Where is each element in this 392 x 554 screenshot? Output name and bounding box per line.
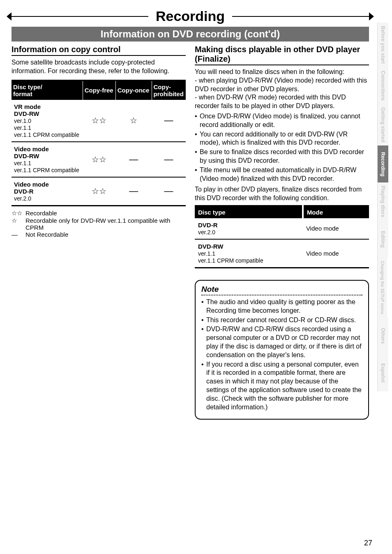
cell-once: ☆ bbox=[115, 100, 152, 142]
cell-disc: DVD-RW bbox=[198, 243, 223, 250]
table-row: Video mode DVD-RWver.1.1 ver.1.1 CPRM co… bbox=[12, 142, 186, 177]
cell-disc-sub: ver.1.1 ver.1.1 CPRM compatible bbox=[198, 250, 263, 264]
list-item: If you record a disc using a personal co… bbox=[201, 360, 362, 412]
list-item: Be sure to finalize discs recorded with … bbox=[195, 148, 369, 165]
tab-getting-started[interactable]: Getting started bbox=[377, 104, 388, 145]
cell-once: — bbox=[115, 177, 152, 206]
list-item: The audio and video quality is getting p… bbox=[201, 298, 362, 315]
cell-proh: — bbox=[152, 177, 186, 206]
page-number: 27 bbox=[364, 539, 372, 547]
cell-type: Video mode DVD-RW bbox=[14, 145, 49, 159]
tab-changing-setup-menu[interactable]: Changing the SETUP menu bbox=[377, 258, 387, 317]
heading-finalize: Making discs playable in other DVD playe… bbox=[195, 45, 369, 64]
page: Before you start Connections Getting sta… bbox=[0, 0, 392, 554]
chapter-title: Recording bbox=[148, 8, 232, 24]
legend-sym: ☆ bbox=[12, 217, 25, 231]
left-column: Information on copy control Some satelli… bbox=[12, 45, 186, 420]
note-bullets: The audio and video quality is getting p… bbox=[201, 298, 362, 411]
th-copy-once: Copy-once bbox=[115, 80, 152, 100]
tab-editing[interactable]: Editing bbox=[377, 221, 388, 258]
para-finalize-2: To play in other DVD players, finalize d… bbox=[195, 185, 369, 203]
table-header-row: Disc type Mode bbox=[195, 205, 369, 218]
tab-recording[interactable]: Recording bbox=[377, 145, 388, 182]
section-banner: Information on DVD recording (cont'd) bbox=[12, 27, 369, 42]
th-disc-type: Disc type bbox=[195, 205, 303, 218]
cell-mode: Video mode bbox=[303, 218, 369, 239]
note-title: Note bbox=[201, 285, 362, 294]
table-row: DVD-RWver.1.1 ver.1.1 CPRM compatible Vi… bbox=[195, 239, 369, 268]
legend: ☆☆Recordable ☆Recordable only for DVD-RW… bbox=[12, 210, 186, 238]
list-item: Once DVD-R/RW (Video mode) is finalized,… bbox=[195, 112, 369, 129]
chapter-header: Recording bbox=[12, 8, 369, 24]
th-disc-type: Disc type/ format bbox=[12, 80, 83, 100]
legend-text: Recordable bbox=[25, 210, 57, 217]
cell-free: ☆☆ bbox=[83, 100, 115, 142]
cell-type-sub: ver.2.0 bbox=[14, 195, 31, 202]
table-header-row: Disc type/ format Copy-free Copy-once Co… bbox=[12, 80, 186, 100]
cell-once: — bbox=[115, 142, 152, 177]
intro-copy-control: Some satellite broadcasts include copy-p… bbox=[12, 58, 186, 76]
table-copy-control: Disc type/ format Copy-free Copy-once Co… bbox=[12, 80, 186, 206]
legend-text: Not Recordable bbox=[25, 231, 68, 238]
legend-text: Recordable only for DVD-RW ver.1.1 compa… bbox=[25, 217, 186, 231]
cell-proh: — bbox=[152, 142, 186, 177]
legend-sym: ☆☆ bbox=[12, 210, 25, 217]
cell-proh: — bbox=[152, 100, 186, 142]
list-item: This recorder cannot record CD-R or CD-R… bbox=[201, 316, 362, 325]
table-row: VR mode DVD-RWver.1.0 ver.1.1 ver.1.1 CP… bbox=[12, 100, 186, 142]
right-column: Making discs playable in other DVD playe… bbox=[195, 45, 369, 420]
cell-disc: DVD-R bbox=[198, 222, 218, 229]
tab-before-you-start[interactable]: Before you start bbox=[377, 23, 388, 67]
th-copy-free: Copy-free bbox=[83, 80, 115, 100]
cell-mode: Video mode bbox=[303, 239, 369, 268]
dotted-divider bbox=[201, 295, 362, 295]
heading-copy-control: Information on copy control bbox=[12, 45, 186, 54]
list-item: DVD-R/RW and CD-R/RW discs recorded usin… bbox=[201, 325, 362, 359]
cell-type-sub: ver.1.0 ver.1.1 ver.1.1 CPRM compatible bbox=[14, 118, 79, 138]
legend-sym: — bbox=[12, 231, 25, 238]
table-row: DVD-Rver.2.0 Video mode bbox=[195, 218, 369, 239]
th-mode: Mode bbox=[303, 205, 369, 218]
bullets-finalize: Once DVD-R/RW (Video mode) is finalized,… bbox=[195, 112, 369, 183]
tab-espanol[interactable]: Español bbox=[377, 354, 388, 391]
table-row: Video mode DVD-Rver.2.0 ☆☆ — — bbox=[12, 177, 186, 206]
tab-connections[interactable]: Connections bbox=[377, 67, 388, 104]
cell-type: Video mode DVD-R bbox=[14, 181, 49, 195]
table-mode: Disc type Mode DVD-Rver.2.0 Video mode D… bbox=[195, 205, 369, 268]
para-finalize-1: You will need to finalize discs when in … bbox=[195, 68, 369, 111]
cell-type-sub: ver.1.1 ver.1.1 CPRM compatible bbox=[14, 160, 79, 173]
cell-free: ☆☆ bbox=[83, 177, 115, 206]
cell-disc-sub: ver.2.0 bbox=[198, 229, 215, 235]
note-box: Note The audio and video quality is gett… bbox=[195, 280, 369, 420]
tab-playing-discs[interactable]: Playing discs bbox=[377, 182, 388, 221]
tab-others[interactable]: Others bbox=[377, 317, 388, 354]
list-item: You can record additionally to or edit D… bbox=[195, 130, 369, 148]
cell-type: VR mode DVD-RW bbox=[14, 103, 41, 117]
side-tabs: Before you start Connections Getting sta… bbox=[377, 23, 392, 391]
cell-free: ☆☆ bbox=[83, 142, 115, 177]
th-copy-prohibited: Copy- prohibited bbox=[152, 80, 186, 100]
list-item: Title menu will be created automatically… bbox=[195, 166, 369, 183]
